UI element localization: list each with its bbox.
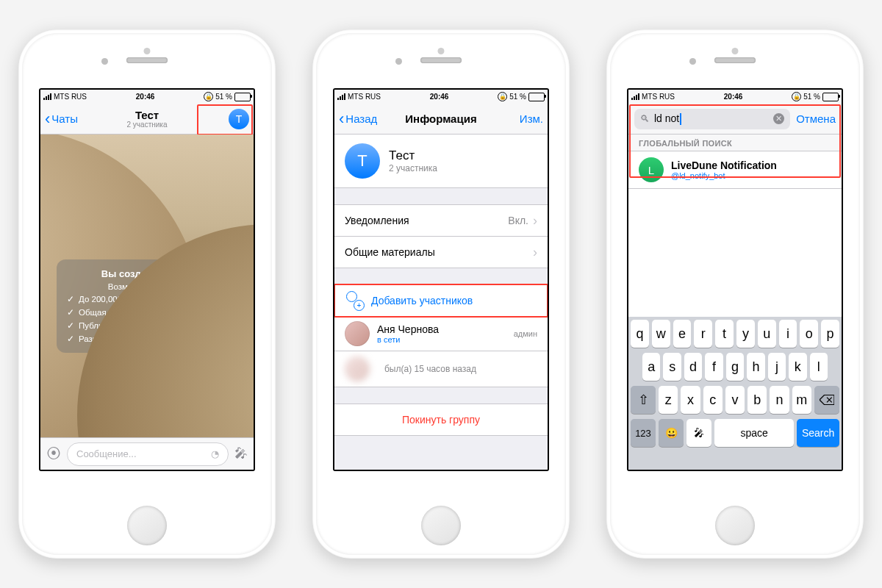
carrier: MTS RUS: [642, 93, 675, 101]
bubble-title: Вы создали группу: [67, 268, 227, 279]
compose-bar: ⦿ Сообщение... ◔ 🎤︎: [40, 437, 254, 470]
add-member-button[interactable]: Добавить участников: [334, 284, 548, 317]
key-o[interactable]: o: [800, 320, 818, 348]
carrier: MTS RUS: [348, 93, 381, 101]
signal-icon: [337, 93, 345, 100]
status-bar: MTS RUS 20:46 🔒51 %: [40, 90, 254, 104]
screen-info: MTS RUS 20:46 🔒51 % ‹Назад Информация Из…: [333, 88, 549, 471]
key-x[interactable]: x: [681, 386, 700, 414]
key-b[interactable]: b: [747, 386, 767, 414]
key-m[interactable]: m: [792, 386, 811, 414]
group-sub: 2 участника: [389, 163, 437, 173]
key-s[interactable]: s: [663, 353, 681, 381]
phone-1: MTS RUS 20:46 🔒51 % ‹Чаты Тест 2 участни…: [18, 29, 276, 559]
attach-icon[interactable]: ⦿: [46, 445, 61, 462]
signal-icon: [43, 93, 51, 100]
cancel-button[interactable]: Отмена: [796, 112, 836, 125]
key-dictation[interactable]: 🎤︎: [686, 419, 711, 447]
notifications-value: Вкл.: [508, 215, 528, 226]
clear-icon[interactable]: ✕: [773, 113, 784, 124]
cell-shared-media[interactable]: Общие материалы ›: [334, 237, 548, 268]
search-icon: 🔍︎: [640, 113, 650, 124]
key-v[interactable]: v: [725, 386, 745, 414]
avatar: T: [345, 143, 380, 179]
status-time: 20:46: [381, 93, 498, 101]
carrier: MTS RUS: [54, 93, 87, 101]
shared-label: Общие материалы: [345, 246, 435, 258]
search-input[interactable]: 🔍︎ ld not ✕: [634, 109, 790, 129]
member-row-hidden[interactable]: был(а) 15 часов назад: [334, 351, 548, 387]
key-i[interactable]: i: [779, 320, 797, 348]
result-name: LiveDune Notification: [671, 159, 777, 171]
search-result[interactable]: L LiveDune Notification @ld_notify_bot: [628, 151, 842, 189]
key-d[interactable]: d: [684, 353, 702, 381]
key-u[interactable]: u: [758, 320, 776, 348]
keyboard: q w e r t y u i o p a s d f g: [628, 317, 842, 470]
screen-chat: MTS RUS 20:46 🔒51 % ‹Чаты Тест 2 участни…: [39, 88, 255, 471]
key-h[interactable]: h: [747, 353, 764, 381]
feature-4: Разный уровень прав: [67, 334, 227, 344]
key-t[interactable]: t: [715, 320, 734, 348]
orientation-lock-icon: 🔒: [498, 92, 507, 101]
key-y[interactable]: y: [736, 320, 755, 348]
battery-icon: [822, 93, 839, 101]
stage: MTS RUS 20:46 🔒51 % ‹Чаты Тест 2 участни…: [0, 0, 882, 588]
key-n[interactable]: n: [770, 386, 789, 414]
key-k[interactable]: k: [789, 353, 806, 381]
member-row[interactable]: Аня Чернова в сети админ: [334, 317, 548, 351]
leave-group-button[interactable]: Покинуть группу: [334, 404, 548, 436]
key-emoji[interactable]: 😀: [659, 419, 684, 447]
chat-body[interactable]: Вы создали группу Возможности групп: До …: [40, 135, 254, 437]
key-c[interactable]: c: [703, 386, 723, 414]
key-p[interactable]: p: [821, 320, 839, 348]
group-name: Тест: [389, 148, 437, 163]
info-body[interactable]: T Тест 2 участника Уведомления Вкл. › Об…: [334, 135, 548, 470]
home-button[interactable]: [715, 506, 755, 545]
key-l[interactable]: l: [810, 353, 828, 381]
screen-search: MTS RUS 20:46 🔒51 % 🔍︎ ld not ✕ Отмена Г…: [627, 88, 843, 471]
home-button[interactable]: [127, 506, 167, 545]
key-shift[interactable]: ⇧: [631, 386, 656, 414]
chat-subtitle: 2 участника: [40, 121, 254, 129]
text-caret: [680, 113, 681, 125]
section-global-search: ГЛОБАЛЬНЫЙ ПОИСК: [628, 135, 842, 151]
mic-icon[interactable]: 🎤︎: [234, 446, 248, 462]
sticker-icon[interactable]: ◔: [211, 448, 219, 459]
member-name: Аня Чернова: [377, 323, 439, 335]
key-123[interactable]: 123: [631, 419, 656, 447]
key-z[interactable]: z: [659, 386, 678, 414]
add-member-label: Добавить участников: [371, 295, 473, 306]
kb-row-3: ⇧ z x c v b n m: [631, 386, 839, 414]
nav-bar: ‹Чаты Тест 2 участника T: [40, 104, 254, 135]
group-header[interactable]: T Тест 2 участника: [334, 135, 548, 188]
cell-notifications[interactable]: Уведомления Вкл. ›: [334, 204, 548, 237]
key-j[interactable]: j: [768, 353, 786, 381]
add-user-icon: [345, 291, 364, 310]
key-r[interactable]: r: [694, 320, 712, 348]
member-avatar: [345, 356, 370, 381]
phone-3: MTS RUS 20:46 🔒51 % 🔍︎ ld not ✕ Отмена Г…: [606, 29, 864, 559]
kb-row-1: q w e r t y u i o p: [631, 320, 839, 348]
result-handle: @ld_notify_bot: [671, 171, 777, 180]
nav-bar: ‹Назад Информация Изм.: [334, 104, 548, 135]
kb-row-2: a s d f g h j k l: [631, 353, 839, 381]
key-search[interactable]: Search: [797, 419, 839, 447]
orientation-lock-icon: 🔒: [792, 92, 801, 101]
message-input[interactable]: Сообщение... ◔: [67, 442, 229, 466]
battery-icon: [234, 93, 251, 101]
home-button[interactable]: [421, 506, 461, 545]
key-a[interactable]: a: [642, 353, 660, 381]
key-g[interactable]: g: [726, 353, 744, 381]
key-f[interactable]: f: [705, 353, 723, 381]
key-e[interactable]: e: [673, 320, 692, 348]
message-placeholder: Сообщение...: [76, 448, 137, 459]
battery-pct: 51 %: [803, 93, 820, 101]
battery-pct: 51 %: [215, 93, 232, 101]
chat-title[interactable]: Тест: [40, 109, 254, 121]
notifications-label: Уведомления: [345, 215, 409, 226]
key-q[interactable]: q: [631, 320, 649, 348]
key-backspace[interactable]: [814, 386, 839, 414]
key-w[interactable]: w: [652, 320, 670, 348]
key-space[interactable]: space: [714, 419, 794, 447]
signal-icon: [631, 93, 639, 100]
